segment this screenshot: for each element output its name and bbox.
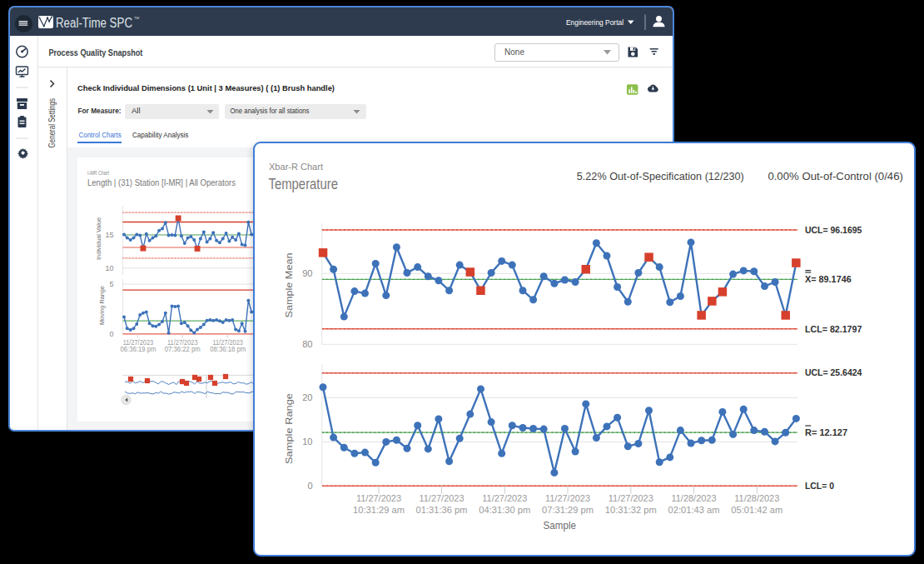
- svg-text:20: 20: [302, 392, 312, 402]
- svg-text:01:31:36 pm: 01:31:36 pm: [416, 505, 468, 515]
- svg-text:UCL= 25.6424: UCL= 25.6424: [805, 367, 862, 377]
- svg-text:Sample: Sample: [544, 520, 577, 532]
- svg-text:General Settings: General Settings: [47, 98, 57, 148]
- svg-text:One analysis for all stations: One analysis for all stations: [231, 106, 310, 115]
- svg-text:10:31:32 pm: 10:31:32 pm: [605, 505, 657, 515]
- svg-text:11/28/2023: 11/28/2023: [734, 493, 779, 503]
- svg-text:11/27/2023: 11/27/2023: [545, 493, 590, 503]
- svg-text:90: 90: [302, 268, 312, 278]
- svg-text:LCL= 0: LCL= 0: [805, 481, 834, 491]
- svg-text:11/27/2023: 11/27/2023: [482, 493, 527, 503]
- svg-text:Check Individual Dimensions (1: Check Individual Dimensions (1 Unit | 3 …: [77, 83, 335, 92]
- svg-text:R= 12.127: R= 12.127: [805, 427, 847, 437]
- svg-text:LCL= 82.1797: LCL= 82.1797: [805, 324, 862, 334]
- svg-text:UCL= 96.1695: UCL= 96.1695: [805, 225, 862, 235]
- svg-text:02:01:43 am: 02:01:43 am: [668, 505, 720, 515]
- svg-text:05:01:42 am: 05:01:42 am: [731, 505, 782, 515]
- svg-text:11/27/2023: 11/27/2023: [609, 493, 653, 503]
- svg-text:0.00% Out-of-Control (0/46): 0.00% Out-of-Control (0/46): [768, 171, 903, 182]
- svg-text:Control Charts: Control Charts: [79, 131, 122, 139]
- svg-text:11/27/2023: 11/27/2023: [356, 493, 401, 503]
- svg-text:Temperature: Temperature: [269, 176, 339, 192]
- svg-text:For Measure:: For Measure:: [78, 106, 122, 115]
- svg-text:Engineering Portal: Engineering Portal: [566, 17, 623, 27]
- svg-text:80: 80: [302, 339, 312, 349]
- svg-text:Xbar-R Chart: Xbar-R Chart: [269, 162, 323, 172]
- svg-text:0: 0: [307, 481, 312, 491]
- svg-text:Process Quality Snapshot: Process Quality Snapshot: [48, 47, 142, 57]
- svg-text:07:31:29 pm: 07:31:29 pm: [542, 505, 594, 515]
- svg-text:Sample Mean: Sample Mean: [284, 253, 294, 318]
- svg-text:Real-Time SPC: Real-Time SPC: [56, 16, 132, 30]
- svg-text:Capability Analysis: Capability Analysis: [132, 131, 188, 139]
- svg-text:™: ™: [134, 16, 140, 22]
- svg-text:11/28/2023: 11/28/2023: [672, 493, 717, 503]
- svg-text:11/27/2023: 11/27/2023: [420, 493, 464, 503]
- svg-text:None: None: [504, 47, 524, 57]
- svg-text:04:31:30 pm: 04:31:30 pm: [479, 505, 530, 515]
- svg-text:10:31:29 am: 10:31:29 am: [353, 505, 405, 515]
- svg-text:5.22% Out-of-Specification (12: 5.22% Out-of-Specification (12/230): [577, 171, 744, 182]
- svg-text:10: 10: [302, 437, 312, 447]
- svg-text:X= 89.1746: X= 89.1746: [805, 274, 852, 284]
- svg-text:All: All: [132, 106, 141, 115]
- svg-text:Sample Range: Sample Range: [284, 393, 294, 464]
